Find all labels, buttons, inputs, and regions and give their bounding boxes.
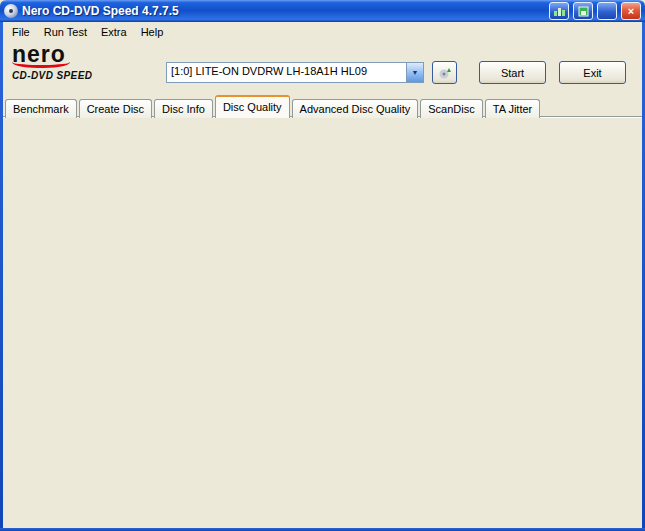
menu-extra[interactable]: Extra — [94, 24, 134, 40]
eject-disc-icon — [437, 66, 452, 79]
tab-disc-info[interactable]: Disc Info — [154, 99, 213, 118]
minimize-button[interactable]: _ — [597, 2, 617, 20]
minimize-icon: _ — [604, 9, 610, 20]
disc-quality-tab-page — [3, 117, 642, 528]
eject-button[interactable] — [432, 61, 457, 84]
drive-select-value: [1:0] LITE-ON DVDRW LH-18A1H HL09 — [167, 63, 406, 82]
logo-brand-text: nero — [12, 44, 162, 65]
tab-advanced-disc-quality[interactable]: Advanced Disc Quality — [292, 99, 419, 118]
save-icon — [578, 6, 589, 17]
tab-scandisc[interactable]: ScanDisc — [420, 99, 482, 118]
tab-strip: BenchmarkCreate DiscDisc InfoDisc Qualit… — [5, 96, 542, 118]
start-button[interactable]: Start — [479, 61, 546, 84]
logo-product-text: CD-DVD SPEED — [12, 70, 162, 81]
menu-bar: FileRun TestExtraHelp — [3, 22, 642, 41]
menu-help[interactable]: Help — [134, 24, 171, 40]
app-icon — [4, 4, 18, 18]
title-bar: Nero CD-DVD Speed 4.7.7.5 _ × — [0, 0, 645, 22]
window-border-left — [0, 22, 3, 531]
chevron-down-icon[interactable]: ▼ — [406, 63, 423, 82]
bar-chart-icon — [553, 6, 565, 16]
window-title: Nero CD-DVD Speed 4.7.7.5 — [22, 4, 545, 18]
close-icon: × — [628, 5, 634, 17]
chart-capture-button[interactable] — [549, 2, 569, 20]
tab-benchmark[interactable]: Benchmark — [5, 99, 77, 118]
save-screenshot-button[interactable] — [573, 2, 593, 20]
menu-file[interactable]: File — [5, 24, 37, 40]
nero-logo: nero CD-DVD SPEED — [12, 44, 162, 81]
close-button[interactable]: × — [621, 2, 641, 20]
exit-button[interactable]: Exit — [559, 61, 626, 84]
tab-create-disc[interactable]: Create Disc — [79, 99, 152, 118]
tab-disc-quality[interactable]: Disc Quality — [215, 95, 290, 118]
drive-select[interactable]: [1:0] LITE-ON DVDRW LH-18A1H HL09 ▼ — [166, 62, 424, 83]
menu-run-test[interactable]: Run Test — [37, 24, 94, 40]
tab-ta-jitter[interactable]: TA Jitter — [485, 99, 541, 118]
app-window: Nero CD-DVD Speed 4.7.7.5 _ × FileRun Te… — [0, 0, 645, 531]
